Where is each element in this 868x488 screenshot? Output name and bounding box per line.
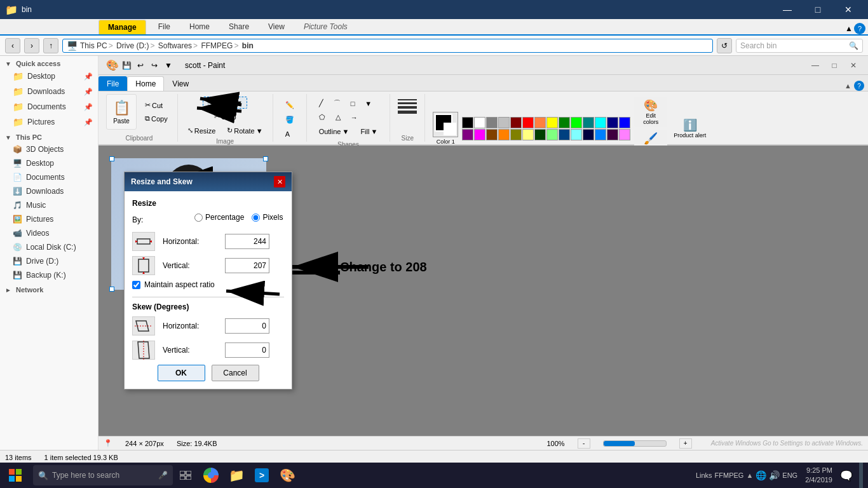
dialog-divider [132, 297, 284, 297]
system-tray: Links FFMPEG ▲ 🌐 🔊 ENG 9:25 PM 2/4/2019 … [691, 463, 868, 488]
svg-rect-9 [139, 259, 149, 272]
v-resize-svg [137, 256, 150, 275]
chrome-inner [208, 472, 214, 478]
maintain-aspect-checkbox[interactable] [132, 281, 140, 289]
tray-ffmpeg: FFMPEG [715, 471, 744, 479]
time-display: 9:25 PM [805, 466, 832, 475]
skew-v-icon [132, 341, 155, 360]
pixels-label: Pixels [262, 213, 283, 222]
resize-toolbar-arrow [197, 108, 241, 111]
vertical-input[interactable]: 207 [225, 258, 269, 273]
svg-rect-23 [16, 476, 22, 482]
taskbar-search-text: Type here to search [52, 471, 119, 480]
dialog-title-bar: Resize and Skew ✕ [125, 172, 292, 191]
start-button[interactable] [0, 463, 31, 488]
by-row: By: Percentage Pixels [132, 213, 284, 227]
dialog-close-btn[interactable]: ✕ [274, 176, 285, 187]
h-resize-svg [135, 235, 153, 248]
lang-indicator: ENG [782, 471, 797, 479]
svg-rect-26 [180, 476, 185, 480]
svg-rect-21 [16, 469, 22, 475]
task-view-btn[interactable] [173, 463, 198, 488]
skew-v-input[interactable]: 0 [225, 342, 269, 358]
search-glass-icon: 🔍 [38, 471, 48, 480]
cancel-button[interactable]: Cancel [212, 365, 259, 381]
svg-rect-4 [137, 239, 150, 244]
vertical-resize-row: Vertical: 207 [132, 256, 284, 275]
dialog-body: Resize By: Percentage Pixels [125, 191, 292, 389]
skew-h-label: Horizontal: [163, 322, 220, 330]
taskbar-vscode[interactable]: > [249, 463, 275, 488]
svg-rect-22 [9, 476, 15, 482]
skew-vertical-row: Vertical: 0 [132, 341, 284, 360]
skew-h-svg [135, 318, 153, 334]
windows-logo [9, 469, 22, 482]
taskbar-chrome[interactable] [198, 463, 224, 488]
pixels-option[interactable]: Pixels [252, 213, 283, 222]
dialog-title-text: Resize and Skew [131, 177, 193, 186]
vscode-icon: > [255, 468, 269, 482]
skew-v-label: Vertical: [163, 346, 220, 355]
vertical-resize-icon [132, 256, 155, 275]
chrome-icon [203, 468, 219, 483]
horizontal-label: Horizontal: [163, 237, 220, 246]
percentage-radio[interactable] [194, 214, 203, 222]
vertical-label: Vertical: [163, 261, 220, 270]
by-label: By: [132, 215, 189, 224]
ok-button[interactable]: OK [158, 365, 205, 381]
taskbar-search[interactable]: 🔍 Type here to search 🎤 [33, 465, 173, 485]
percentage-option[interactable]: Percentage [194, 213, 244, 222]
svg-rect-20 [9, 469, 15, 475]
volume-tray-icon[interactable]: 🔊 [769, 470, 780, 480]
radio-row: Percentage Pixels [194, 213, 283, 222]
explorer-icon: 📁 [229, 468, 245, 483]
horizontal-resize-icon [132, 232, 155, 251]
dialog-overlay: Resize and Skew ✕ Resize By: Percentage … [0, 0, 868, 488]
maintain-aspect-label: Maintain aspect ratio [144, 280, 215, 289]
date-display: 2/4/2019 [805, 475, 832, 485]
pixels-radio[interactable] [252, 214, 260, 222]
percentage-label: Percentage [205, 213, 244, 222]
svg-rect-24 [180, 471, 185, 475]
horizontal-input[interactable]: 244 [225, 234, 269, 249]
skew-section-label: Skew (Degrees) [132, 302, 284, 311]
paint-icon: 🎨 [280, 468, 295, 483]
resize-section-label: Resize [132, 199, 284, 208]
mic-icon: 🎤 [158, 471, 168, 480]
svg-rect-27 [186, 476, 191, 480]
task-view-icon [180, 471, 191, 480]
horizontal-resize-row: Horizontal: 244 [132, 232, 284, 251]
network-tray-icon[interactable]: 🌐 [756, 470, 766, 480]
dialog-buttons: OK Cancel [132, 365, 284, 381]
maintain-aspect-row: Maintain aspect ratio [132, 280, 284, 289]
skew-horizontal-row: Horizontal: 0 [132, 316, 284, 336]
resize-dialog: Resize and Skew ✕ Resize By: Percentage … [124, 172, 292, 390]
skew-h-input[interactable]: 0 [225, 318, 269, 334]
desktop-show-btn[interactable] [859, 463, 863, 488]
taskbar-explorer[interactable]: 📁 [224, 463, 249, 488]
notification-icon[interactable]: 🗨️ [840, 470, 857, 482]
skew-v-svg [137, 341, 150, 360]
tray-chevron[interactable]: ▲ [746, 471, 753, 479]
clock-display[interactable]: 9:25 PM 2/4/2019 [800, 466, 837, 485]
taskbar-paint[interactable]: 🎨 [275, 463, 300, 488]
skew-h-icon [132, 316, 155, 336]
tray-links: Links [696, 471, 712, 479]
vscode-letter: > [259, 470, 264, 480]
taskbar: 🔍 Type here to search 🎤 📁 > 🎨 Links FFMP… [0, 463, 868, 488]
resize-toolbar-arrow2 [200, 98, 241, 105]
svg-rect-25 [186, 471, 191, 475]
